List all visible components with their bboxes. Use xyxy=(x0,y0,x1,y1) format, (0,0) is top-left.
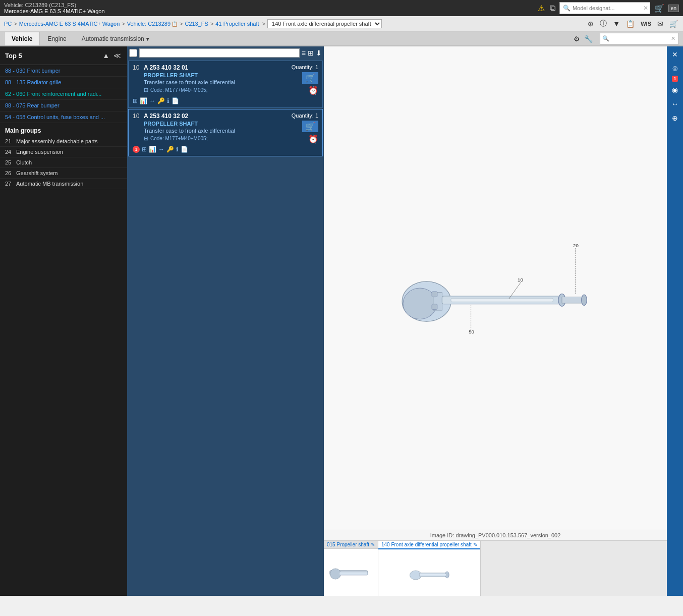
clear-search-btn[interactable]: ✕ xyxy=(642,4,649,13)
svg-rect-8 xyxy=(432,292,437,297)
part-card-1: 10 A 253 410 32 02 PROPELLER SHAFT Trans… xyxy=(128,109,323,156)
mail-btn[interactable]: ✉ xyxy=(656,19,664,29)
filter-btn[interactable]: ▼ xyxy=(612,19,621,29)
part-0-name: PROPELLER SHAFT xyxy=(144,72,292,78)
part-card-0: 10 A 253 410 32 01 PROPELLER SHAFT Trans… xyxy=(128,61,323,108)
copy-icon-btn[interactable]: ⧉ xyxy=(549,3,556,14)
breadcrumb-vehicle[interactable]: Vehicle: C213289 xyxy=(127,21,170,27)
cart-icon-btn[interactable]: 🛒 xyxy=(653,3,665,14)
sidebar-item-front-reinforcement[interactable]: 62 - 060 Front reinforcement and radi... xyxy=(0,88,127,100)
part-1-number[interactable]: A 253 410 32 02 xyxy=(144,113,292,120)
part-0-tool-chart[interactable]: 📊 xyxy=(140,97,147,104)
right-panel-zoom-btn[interactable]: ⊕ xyxy=(668,112,682,124)
sidebar-item-21[interactable]: 21 Major assembly detachable parts xyxy=(0,136,127,147)
shaft-drawing: 20 10 50 xyxy=(384,238,606,339)
part-0-tool-arrows[interactable]: ↔ xyxy=(149,97,155,104)
part-1-tool-grid[interactable]: ⊞ xyxy=(142,146,147,153)
tab-engine[interactable]: Engine xyxy=(40,32,74,45)
breadcrumb-c213fs[interactable]: C213_FS xyxy=(185,21,208,27)
sidebar: Top 5 ▲ ≪ 88 - 030 Front bumper 88 - 135… xyxy=(0,46,127,596)
part-0-tool-grid[interactable]: ⊞ xyxy=(133,97,138,104)
sidebar-item-control-units[interactable]: 54 - 058 Control units, fuse boxes and .… xyxy=(0,111,127,123)
right-panel-circle-btn[interactable]: ◎ xyxy=(668,63,682,74)
right-panel-close-btn[interactable]: ✕ xyxy=(668,48,682,61)
part-1-tool-arrows[interactable]: ↔ xyxy=(158,146,164,153)
part-1-tool-info[interactable]: ℹ xyxy=(176,146,179,153)
vehicle-copy-icon: 📋 xyxy=(172,21,178,27)
wis-btn[interactable]: WIS xyxy=(640,20,652,28)
breadcrumb-model[interactable]: Mercedes-AMG E 63 S 4MATIC+ Wagon xyxy=(19,21,120,27)
part-0-tool-info[interactable]: ℹ xyxy=(167,97,169,104)
warning-icon-btn[interactable]: ⚠ xyxy=(537,3,546,14)
vehicle-id: Vehicle: C213289 (C213_FS) xyxy=(4,2,105,8)
parts-search-input[interactable] xyxy=(139,48,300,58)
part-card-0-header: 10 A 253 410 32 01 PROPELLER SHAFT Trans… xyxy=(133,64,318,95)
parts-search-bar: ≡ ⊞ ⬇ xyxy=(127,46,324,60)
part-0-tool-doc[interactable]: 📄 xyxy=(172,97,179,104)
search-icon: 🔍 xyxy=(563,5,571,12)
part-0-actions: ⊞ 📊 ↔ 🔑 ℹ 📄 xyxy=(133,97,318,104)
part-1-cart-btn[interactable]: 🛒 xyxy=(302,121,318,132)
part-0-clock-btn[interactable]: ⏰ xyxy=(308,86,318,95)
breadcrumb-140-dropdown[interactable]: 140 Front axle differential propeller sh… xyxy=(267,19,382,28)
sidebar-item-26[interactable]: 26 Gearshift system xyxy=(0,168,127,179)
lang-badge: en xyxy=(668,5,679,12)
zoom-in-btn[interactable]: ⊕ xyxy=(587,19,595,29)
parts-search-checkbox[interactable] xyxy=(129,49,137,57)
top5-collapse-btn[interactable]: ▲ xyxy=(101,50,110,61)
parts-list-icon-btn[interactable]: ≡ xyxy=(302,49,306,57)
part-0-qty-label: Quantity: 1 xyxy=(292,64,318,70)
part-1-tool-doc[interactable]: 📄 xyxy=(181,146,188,153)
breadcrumb-pc[interactable]: PC xyxy=(4,21,12,27)
drawing-main: 20 10 50 xyxy=(324,46,667,530)
sidebar-item-25[interactable]: 25 Clutch xyxy=(0,157,127,168)
info-btn[interactable]: ⓘ xyxy=(599,18,608,29)
main-groups-header: Main groups xyxy=(0,123,127,136)
parts-grid-icon-btn[interactable]: ⊞ xyxy=(308,49,314,57)
top5-header: Top 5 ▲ ≪ xyxy=(0,46,127,65)
breadcrumb: PC > Mercedes-AMG E 63 S 4MATIC+ Wagon >… xyxy=(0,17,583,30)
sidebar-scroll: 88 - 030 Front bumper 88 - 135 Radiator … xyxy=(0,65,127,596)
model-search-input[interactable] xyxy=(573,5,642,11)
part-1-name: PROPELLER SHAFT xyxy=(144,121,292,127)
svg-rect-6 xyxy=(562,297,584,303)
part-1-tool-chart[interactable]: 📊 xyxy=(149,146,156,153)
part-0-tool-key[interactable]: 🔑 xyxy=(157,97,165,104)
cart2-btn[interactable]: 🛒 xyxy=(668,19,679,29)
thumb-tab-015[interactable]: 015 Propeller shaft ✎ xyxy=(324,541,378,596)
sidebar-item-24[interactable]: 24 Engine suspension xyxy=(0,147,127,157)
tab-auto-transmission[interactable]: Automatic transmission ▼ xyxy=(74,32,158,45)
svg-text:10: 10 xyxy=(518,277,523,283)
part-1-badge: 1 xyxy=(133,146,140,153)
doc-btn[interactable]: 📋 xyxy=(625,19,636,29)
nav-tabs: Vehicle Engine Automatic transmission ▼ … xyxy=(0,32,683,46)
parts-download-icon-btn[interactable]: ⬇ xyxy=(316,49,322,57)
thumb-tab-140[interactable]: 140 Front axle differential propeller sh… xyxy=(378,541,481,596)
breadcrumb-41[interactable]: 41 Propeller shaft xyxy=(215,21,259,27)
model-search-box: 🔍 ✕ xyxy=(559,2,650,14)
nav-search-input[interactable] xyxy=(609,36,670,42)
drawing-thumbnails: 015 Propeller shaft ✎ 140 Front axle dif… xyxy=(324,540,667,596)
part-1-desc: Transfer case to front axle differential xyxy=(144,128,292,134)
sidebar-item-27[interactable]: 27 Automatic MB transmission xyxy=(0,179,127,189)
nav-icon1-btn[interactable]: ⚙ xyxy=(573,34,581,44)
part-1-clock-btn[interactable]: ⏰ xyxy=(308,134,318,144)
nav-search-clear-btn[interactable]: ✕ xyxy=(670,34,676,43)
part-0-number[interactable]: A 253 410 32 01 xyxy=(144,64,292,71)
sidebar-item-radiator-grille[interactable]: 88 - 135 Radiator grille xyxy=(0,77,127,88)
part-0-grid-icon: ⊞ xyxy=(144,87,148,93)
cart-icon: 🛒 xyxy=(654,4,664,13)
sidebar-item-front-bumper[interactable]: 88 - 030 Front bumper xyxy=(0,65,127,77)
tab-vehicle[interactable]: Vehicle xyxy=(4,32,40,45)
nav-extra-icons: ⚙ 🔧 🔍 ✕ xyxy=(573,33,679,44)
svg-point-7 xyxy=(582,295,587,305)
top5-minimize-btn[interactable]: ≪ xyxy=(112,50,122,61)
parts-list: 10 A 253 410 32 01 PROPELLER SHAFT Trans… xyxy=(127,60,324,596)
right-panel-arrows-btn[interactable]: ↔ xyxy=(668,98,682,110)
part-0-cart-btn[interactable]: 🛒 xyxy=(302,72,318,84)
sidebar-item-rear-bumper[interactable]: 88 - 075 Rear bumper xyxy=(0,100,127,111)
right-panel-target-btn[interactable]: ◉ xyxy=(668,84,682,96)
thumb-140-edit-icon: ✎ xyxy=(473,542,477,547)
nav-icon2-btn[interactable]: 🔧 xyxy=(583,34,594,44)
part-1-tool-key[interactable]: 🔑 xyxy=(166,146,174,153)
